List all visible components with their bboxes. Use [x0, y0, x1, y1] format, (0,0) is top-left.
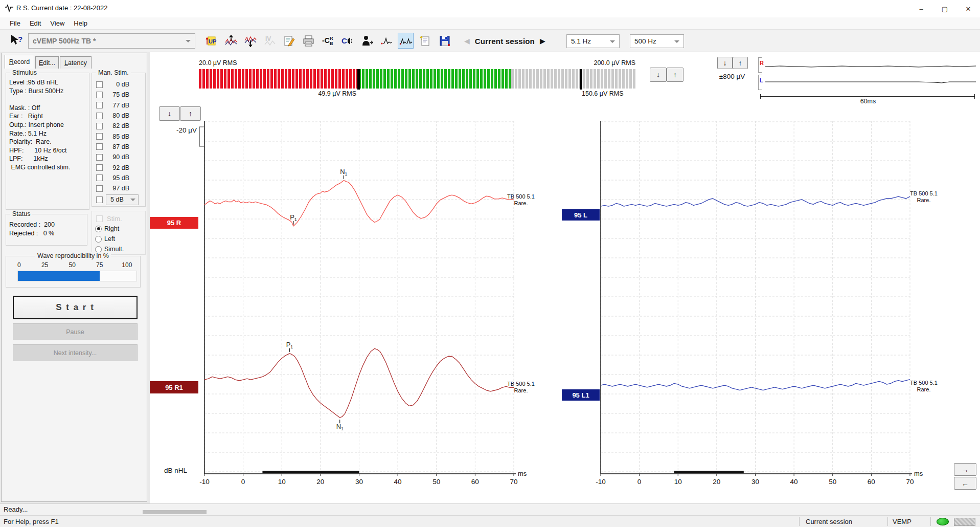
chevron-down-icon	[130, 199, 135, 201]
man-stim-option-label: 92 dB	[106, 164, 129, 171]
status-row-ready: Ready...	[0, 503, 980, 516]
menu-item-edit[interactable]: Edit	[25, 18, 45, 28]
save-icon[interactable]	[437, 33, 452, 49]
svg-text:-10: -10	[199, 478, 210, 486]
tab-latency[interactable]: Latency	[60, 56, 92, 69]
next-session-button[interactable]: ▶	[540, 37, 545, 45]
stimulus-group-title: Stimulus	[10, 69, 39, 76]
checkbox-icon[interactable]	[96, 154, 103, 161]
man-stim-option[interactable]: 87 dB	[92, 142, 145, 152]
man-stim-option[interactable]: 85 dB	[92, 131, 145, 141]
checkbox-icon[interactable]	[96, 123, 103, 129]
help-pointer-icon[interactable]: ?	[9, 34, 25, 48]
preview-scale-down-button[interactable]: ↓	[717, 57, 733, 69]
svg-text:-10: -10	[596, 478, 606, 486]
stim-ear-option-label: Left	[104, 235, 115, 243]
checkbox-icon[interactable]	[96, 133, 103, 140]
menu-item-view[interactable]: View	[45, 18, 69, 28]
menu-item-file[interactable]: File	[5, 18, 25, 28]
waveform-up-icon[interactable]	[223, 33, 239, 49]
protocol-select[interactable]: cVEMP 500Hz TB *	[28, 33, 195, 49]
man-stim-option[interactable]: 0 dB	[92, 79, 145, 90]
wave-label-95R[interactable]: 95 R	[150, 217, 198, 229]
iv-markers-icon[interactable]: IV	[262, 33, 278, 49]
rate-select[interactable]: 5.1 Hz	[566, 34, 620, 48]
checkbox-icon[interactable]	[96, 81, 103, 88]
man-stim-option[interactable]: 75 dB	[92, 90, 145, 100]
split-view-icon[interactable]	[398, 33, 414, 49]
man-stim-option[interactable]: 82 dB	[92, 121, 145, 131]
man-stim-option-label: 87 dB	[106, 143, 129, 150]
tab-record[interactable]: Record	[5, 55, 34, 69]
shift-right-button[interactable]: →	[954, 463, 976, 476]
edit-report-icon[interactable]	[281, 33, 297, 49]
menu-item-help[interactable]: Help	[69, 18, 92, 28]
shift-left-button[interactable]: ←	[954, 477, 976, 490]
man-stim-option-label: 85 dB	[106, 133, 129, 140]
preview-time-axis	[760, 96, 975, 97]
wave-label-95L1[interactable]: 95 L1	[562, 389, 600, 401]
man-stim-option[interactable]: 77 dB	[92, 100, 145, 111]
step-checkbox[interactable]	[96, 196, 103, 203]
preview-scale-buttons: ↓ ↑	[717, 57, 748, 69]
frequency-select[interactable]: 500 Hz	[630, 34, 684, 48]
checkbox-icon[interactable]	[96, 113, 103, 119]
stim-ear-option-left[interactable]: Left	[92, 234, 145, 244]
svg-text:30: 30	[355, 478, 363, 486]
checkbox-icon[interactable]	[96, 102, 103, 108]
status-group: Status Recorded : 200Rejected : 0 %	[6, 214, 87, 246]
preview-scale-up-button[interactable]: ↑	[733, 57, 748, 69]
checkbox-icon[interactable]	[96, 164, 103, 171]
emg-scale-up-button[interactable]: ↑	[667, 68, 683, 82]
radio-icon[interactable]	[95, 226, 102, 232]
man-stim-option[interactable]: 90 dB	[92, 152, 145, 162]
help-hint-text: For Help, press F1	[4, 518, 59, 525]
close-button[interactable]: ✕	[956, 0, 980, 17]
svg-text:40: 40	[790, 478, 798, 486]
man-stim-group: Man. Stim. 0 dB75 dB77 dB80 dB82 dB85 dB…	[92, 73, 146, 207]
setup-icon[interactable]: UP	[203, 33, 219, 49]
man-stim-option[interactable]: 97 dB	[92, 183, 145, 193]
next-intensity-button[interactable]: Next intensity...	[13, 344, 138, 361]
splitter-handle[interactable]	[143, 510, 207, 514]
radio-icon[interactable]	[95, 236, 102, 243]
wave-label-95L[interactable]: 95 L	[562, 209, 600, 221]
checkbox-icon[interactable]	[96, 185, 103, 192]
man-stim-option[interactable]: 95 dB	[92, 173, 145, 183]
sound-monitor-icon[interactable]: C	[339, 33, 355, 49]
checkbox-icon[interactable]	[96, 143, 103, 150]
start-button[interactable]: S t a r t	[13, 296, 138, 319]
annotation-95L1: TB 500 5.1Rare.	[908, 380, 939, 393]
emg-max-label: 200.0 µV RMS	[533, 59, 635, 67]
pause-button[interactable]: Pause	[13, 323, 138, 340]
prev-session-button[interactable]: ◀	[464, 37, 470, 45]
checkbox-icon[interactable]	[96, 92, 103, 98]
waveform-down-icon[interactable]	[242, 33, 258, 49]
tab-edit[interactable]: Edit...	[35, 56, 59, 69]
reproducibility-tick: 100	[122, 261, 132, 269]
reproducibility-tick: 25	[41, 261, 48, 269]
chevron-down-icon	[186, 40, 191, 42]
minimize-button[interactable]: –	[909, 0, 933, 17]
checkbox-icon[interactable]	[96, 174, 103, 181]
raw-eeg-preview: R L	[758, 55, 976, 93]
print-icon[interactable]	[301, 33, 316, 49]
single-view-icon[interactable]	[378, 33, 394, 49]
step-size-select[interactable]: 5 dB	[106, 194, 139, 205]
emg-scale-down-button[interactable]: ↓	[650, 68, 667, 82]
statusbar-separator	[930, 517, 931, 526]
stimulus-line: Outp.: Insert phone	[9, 121, 89, 129]
emg-low-threshold-label: 49.9 µV RMS	[312, 90, 356, 97]
maximize-button[interactable]: ▢	[933, 0, 956, 17]
status-line: Recorded : 200	[9, 221, 87, 229]
stim-ear-option-right[interactable]: Right	[92, 224, 145, 234]
wave-label-95R1[interactable]: 95 R1	[150, 381, 198, 393]
statusbar-separator	[887, 517, 888, 526]
radio-icon[interactable]	[95, 246, 102, 253]
transducer-rb-icon[interactable]: -CRB	[320, 33, 336, 49]
man-stim-option[interactable]: 80 dB	[92, 111, 145, 121]
svg-text:30: 30	[751, 478, 759, 486]
new-report-icon[interactable]	[417, 33, 433, 49]
patient-icon[interactable]	[359, 33, 375, 49]
man-stim-option[interactable]: 92 dB	[92, 162, 145, 172]
